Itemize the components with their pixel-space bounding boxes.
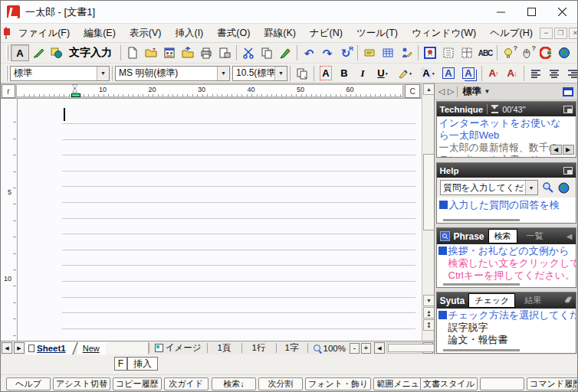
sheet-next-button[interactable]: ▶ (14, 342, 25, 354)
sheet-prev-button[interactable]: ◀ (2, 342, 12, 354)
panel-restore-icon[interactable] (563, 167, 573, 175)
align-center-button[interactable] (545, 65, 563, 82)
menu-item[interactable]: 編集(E) (77, 24, 123, 42)
panel-set-selector[interactable]: 標準 (462, 85, 481, 98)
document-page[interactable] (18, 99, 422, 341)
save-button[interactable] (179, 44, 197, 61)
maximize-button[interactable] (516, 1, 547, 23)
print-button[interactable] (197, 44, 215, 61)
fn-button[interactable]: 次分割 (258, 377, 303, 390)
new-document-button[interactable] (123, 44, 142, 61)
image-frame-button[interactable] (421, 44, 439, 61)
technique-link[interactable]: ら一太郎Web (439, 129, 573, 142)
copy-format-button[interactable] (293, 65, 311, 82)
menu-item[interactable]: 書式(O) (210, 24, 257, 42)
fn-button[interactable]: 次ガイド (164, 377, 209, 390)
table-button[interactable] (379, 44, 397, 61)
align-right-button[interactable] (563, 65, 578, 82)
fn-button[interactable]: フォント・飾り (305, 377, 371, 390)
copy-button[interactable] (258, 44, 276, 61)
paste-button[interactable] (276, 44, 294, 61)
phrase-hint[interactable]: Ctrlキーを押してください。 (438, 270, 574, 282)
fn-button[interactable]: アシスト切替 (53, 377, 110, 390)
font-combobox[interactable]: MS 明朝(標準) ▼ (115, 66, 230, 81)
underline-button[interactable]: U♦ (372, 65, 393, 82)
size-combobox[interactable]: 10.5(標準) ▼ (232, 66, 287, 81)
insert-mode-indicator[interactable]: 挿入 (127, 357, 158, 371)
chevron-down-icon[interactable]: ▼ (274, 67, 287, 80)
help-question-combobox[interactable]: 質問を入力してください ▼ (440, 180, 538, 195)
zoom-out-button[interactable]: - (350, 343, 360, 354)
text-mode-button[interactable]: A (11, 44, 29, 61)
tab-phrase-search[interactable]: 検索 (488, 229, 517, 243)
jump-button[interactable] (397, 44, 415, 61)
eraser-icon[interactable] (564, 296, 573, 305)
help-content[interactable]: 入力した質問の回答を検 (437, 198, 576, 223)
technique-header[interactable]: Technique 00'43" (437, 102, 576, 116)
indent-marker-bottom[interactable]: △ (72, 86, 77, 93)
menu-item[interactable]: ファイル(F) (11, 24, 77, 42)
ruler-strip[interactable]: ▽ △ 102030405060 (16, 84, 403, 97)
undo-button[interactable]: ↶ (300, 44, 318, 61)
spellcheck-button[interactable]: ABC (476, 44, 494, 61)
help-web-globe-icon[interactable] (558, 182, 570, 194)
dropdown-diamond-icon[interactable]: ♦ (432, 71, 435, 76)
char-frame-button[interactable]: A (439, 65, 458, 82)
technique-content[interactable]: インターネットをお使いな ら一太郎Web 一太郎の最新情報、数千の テンプレート… (437, 116, 576, 157)
syuta-content[interactable]: チェック方法を選択してくだ 誤字脱字論文・報告書 (437, 309, 576, 353)
decoration-pen-button[interactable]: ♦ (393, 65, 416, 82)
phrase-hint[interactable]: 検索したい文をクリックして (438, 257, 574, 270)
help-topic-link[interactable]: 入力した質問の回答を検 (449, 199, 560, 211)
dropdown-diamond-icon[interactable]: ♦ (409, 71, 412, 76)
tab-syuta-result[interactable]: 結果 (519, 294, 547, 307)
open-button[interactable] (142, 44, 160, 61)
child-minimize-button[interactable]: − (540, 28, 553, 39)
menu-item[interactable]: 罫線(K) (257, 24, 303, 42)
italic-button[interactable]: I (353, 65, 372, 82)
zoom-in-button[interactable]: + (361, 343, 371, 354)
fn-button[interactable]: 検索↓ (212, 377, 256, 390)
horizontal-scrollbar[interactable] (386, 342, 421, 354)
vertical-scrollbar[interactable]: ▲ ▼ ▲▲ ▼▼ (422, 83, 435, 341)
mouse-help-button[interactable]: ? (518, 44, 537, 61)
chevron-down-icon[interactable]: ▼ (97, 67, 109, 80)
tab-syuta-check[interactable]: チェック (468, 293, 515, 308)
phrase-back-icon[interactable]: ◀ (567, 232, 573, 240)
syuta-check-item[interactable]: 誤字脱字 (448, 322, 574, 334)
panel-restore-icon[interactable] (563, 106, 573, 113)
hscroll-left-button[interactable]: ◀ (374, 342, 385, 354)
technique-prev-button[interactable]: ◀ (550, 145, 562, 155)
ruler-unit-button[interactable]: C (405, 84, 420, 98)
tab-new-sheet[interactable]: New (77, 342, 106, 354)
menu-item[interactable]: 挿入(I) (168, 24, 210, 42)
chevron-down-icon[interactable]: ▼ (484, 88, 490, 95)
menu-item[interactable]: ナビ(N) (303, 24, 350, 42)
style-combobox[interactable]: 標準 ▼ (10, 66, 110, 81)
shading-button[interactable]: A♦ (416, 65, 439, 82)
fn-button[interactable]: ヘルプ (6, 377, 51, 390)
image-view-button[interactable]: イメージ (149, 342, 207, 354)
memo-button[interactable] (360, 44, 379, 61)
bold-button[interactable]: B (335, 65, 353, 82)
child-restore-button[interactable]: ❐ (554, 28, 567, 39)
panel-maximize-icon[interactable] (563, 87, 573, 96)
technique-next-button[interactable]: ▶ (563, 145, 574, 155)
fn-button[interactable]: コピー履歴 (113, 377, 162, 390)
minimize-button[interactable] (485, 1, 516, 23)
print-preview-button[interactable] (215, 44, 234, 61)
dropdown-diamond-icon[interactable]: ♦ (386, 71, 388, 76)
syuta-header[interactable]: Syuta チェック 結果 (437, 292, 576, 309)
toolbar-grip[interactable] (6, 66, 8, 81)
syuta-check-item[interactable]: 論文・報告書 (448, 334, 574, 346)
panel-forward-button[interactable]: ▷ (448, 87, 454, 96)
menu-item[interactable]: ヘルプ(H) (483, 24, 540, 42)
redo-button[interactable]: ↷ (318, 44, 337, 61)
justsystem-button[interactable] (537, 44, 555, 61)
fn-button[interactable] (480, 377, 524, 390)
template-button[interactable] (160, 44, 179, 61)
menu-item[interactable]: ウィンドウ(W) (405, 24, 483, 42)
ruler-mode-button[interactable]: r (2, 84, 15, 98)
child-close-button[interactable]: × (569, 28, 578, 39)
web-button[interactable] (555, 44, 573, 61)
hint-button[interactable]: ? (500, 44, 518, 61)
